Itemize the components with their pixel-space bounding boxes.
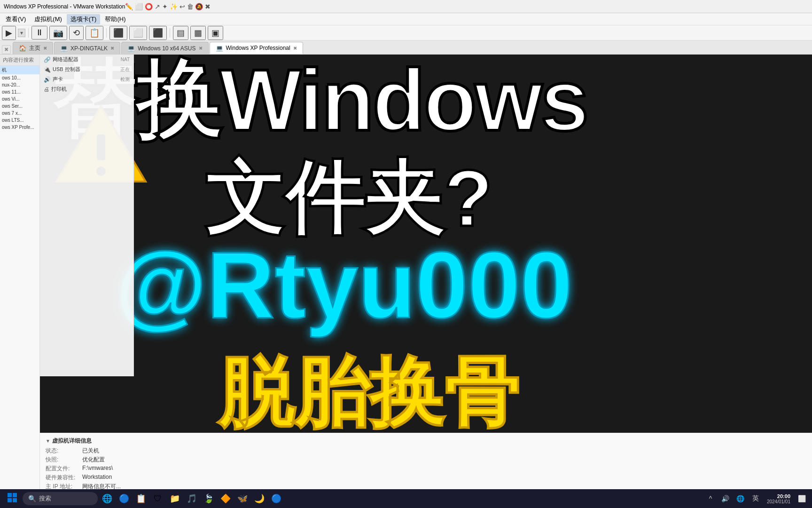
vm-detail-label-0: 状态: xyxy=(46,447,78,455)
vm-section-title: 虚拟机详细信息 xyxy=(52,437,92,445)
revert-button[interactable]: ⟲ xyxy=(69,26,84,40)
vm-detail-row-1: 快照: 优化配置 xyxy=(46,456,806,464)
taskbar-app7[interactable]: 🍃 xyxy=(201,491,216,506)
sidebar-item-5[interactable]: ows Ser... xyxy=(0,103,39,110)
sidebar-item-1[interactable]: ows 10... xyxy=(0,74,39,81)
close-all-tabs[interactable]: ✖ xyxy=(2,45,11,54)
view-btn6[interactable]: ▣ xyxy=(208,26,223,40)
view-btn2[interactable]: ⬜ xyxy=(129,26,147,40)
sidebar-item-4[interactable]: ows Vi... xyxy=(0,95,39,103)
vm-detail-value-4: 网络信息不可... xyxy=(82,483,121,489)
vm-detail-value-1: 优化配置 xyxy=(82,456,105,464)
show-desktop[interactable]: ⬜ xyxy=(795,492,808,505)
vm-detail-label-2: 配置文件: xyxy=(46,465,78,473)
clock-time: 20:00 xyxy=(767,493,790,499)
tab-home[interactable]: 🏠 主页 ✖ xyxy=(13,42,53,54)
tab-windows-xp-close[interactable]: ✖ xyxy=(293,46,297,51)
play-button[interactable]: ▶ xyxy=(2,26,16,40)
taskbar-app4[interactable]: 🛡 xyxy=(150,491,165,506)
view-btn4[interactable]: ▤ xyxy=(173,26,188,40)
sidebar-item-7[interactable]: ows LTS... xyxy=(0,117,39,124)
big-text-line1: 替换Windows xyxy=(49,57,803,144)
menu-tabs[interactable]: 选项卡(T) xyxy=(67,14,101,24)
vm-detail-label-4: 主 IP 地址: xyxy=(46,483,78,489)
taskbar-edge[interactable]: 🌐 xyxy=(100,491,115,506)
view-btn3[interactable]: ⬛ xyxy=(149,26,167,40)
taskbar-chrome[interactable]: 🔵 xyxy=(117,491,132,506)
network-item-1[interactable]: 🔌 USB 控制器 正在 xyxy=(40,64,133,74)
start-button[interactable] xyxy=(4,491,21,506)
title-bar-text: Windows XP Professional - VMware Worksta… xyxy=(4,3,125,10)
app11-icon: 🔵 xyxy=(271,493,281,504)
taskbar-app6[interactable]: 🎵 xyxy=(184,491,199,506)
search-bar[interactable]: 🔍 搜索 xyxy=(23,492,98,505)
systray-chevron[interactable]: ^ xyxy=(704,492,717,505)
tab-windows10-icon: 💻 xyxy=(127,45,135,52)
menu-view[interactable]: 查看(V) xyxy=(2,14,30,24)
sidebar-header: 内容进行搜索 xyxy=(0,55,39,66)
sidebar: 内容进行搜索 机 ows 10... nux-20... ows 11... o… xyxy=(0,55,40,489)
tab-windows-xp-icon: 💻 xyxy=(216,45,223,52)
expand-arrow[interactable]: ▼ xyxy=(46,438,50,444)
svg-rect-5 xyxy=(8,498,12,502)
app9-icon: 🦋 xyxy=(237,493,248,504)
sidebar-item-8[interactable]: ows XP Profe... xyxy=(0,124,39,131)
sidebar-item-6[interactable]: ows 7 x... xyxy=(0,110,39,117)
network-icon-1: 🔌 xyxy=(44,66,51,73)
snapshot-button[interactable]: 📷 xyxy=(49,26,67,40)
network-item-3[interactable]: 🖨 打印机 xyxy=(40,84,133,94)
main-area: 内容进行搜索 机 ows 10... nux-20... ows 11... o… xyxy=(0,55,812,489)
separator2 xyxy=(106,28,107,38)
suspend-button[interactable]: ⏸ xyxy=(31,26,47,40)
separator1 xyxy=(28,28,29,38)
separator3 xyxy=(170,28,170,38)
network-panel: 🔗 网络适配器 NAT 🔌 USB 控制器 正在 🔊 声卡 检测 🖨 打印机 xyxy=(40,55,134,376)
tab-windows-xp-label: Windows XP Professional xyxy=(226,45,290,51)
clock[interactable]: 20:00 2024/01/01 xyxy=(764,493,793,504)
vm-detail-value-0: 已关机 xyxy=(82,447,99,455)
search-icon: 🔍 xyxy=(28,495,36,502)
network-label-3: 打印机 xyxy=(51,86,67,93)
taskbar-app8[interactable]: 🔶 xyxy=(218,491,233,506)
play-dropdown[interactable]: ▾ xyxy=(18,29,25,37)
systray-network[interactable]: 🌐 xyxy=(734,492,747,505)
sidebar-item-2[interactable]: nux-20... xyxy=(0,81,39,88)
clock-date: 2024/01/01 xyxy=(767,499,790,504)
chrome-icon: 🔵 xyxy=(119,493,129,504)
volume-icon: 🔊 xyxy=(721,495,729,502)
tab-windows-xp[interactable]: 💻 Windows XP Professional ✖ xyxy=(210,42,303,54)
network-item-2[interactable]: 🔊 声卡 检测 xyxy=(40,74,133,84)
systray-volume[interactable]: 🔊 xyxy=(719,492,732,505)
network-icon-0: 🔗 xyxy=(44,56,51,63)
app5-icon: 📁 xyxy=(170,493,180,504)
app10-icon: 🌙 xyxy=(254,493,265,504)
tab-xp-dingtalk-close[interactable]: ✖ xyxy=(110,46,114,51)
tab-windows10-close[interactable]: ✖ xyxy=(199,46,203,51)
vm-section-header: ▼ 虚拟机详细信息 xyxy=(46,437,806,445)
content-area: 替换Windows 文件夹? xyxy=(40,55,812,489)
taskbar-app11[interactable]: 🔵 xyxy=(269,491,284,506)
svg-rect-6 xyxy=(13,498,17,502)
sidebar-item-3[interactable]: ows 11... xyxy=(0,88,39,95)
tab-home-label: 主页 xyxy=(29,44,40,52)
taskbar-app10[interactable]: 🌙 xyxy=(252,491,267,506)
taskbar-app3[interactable]: 📋 xyxy=(133,491,148,506)
taskbar-app5[interactable]: 📁 xyxy=(167,491,182,506)
tab-home-close[interactable]: ✖ xyxy=(43,46,47,51)
search-label: 搜索 xyxy=(39,494,51,503)
menu-vm[interactable]: 虚拟机(M) xyxy=(31,14,66,24)
network-icon-3: 🖨 xyxy=(44,86,49,93)
systray-keyboard[interactable]: 英 xyxy=(749,492,762,505)
tab-windows10-label: Windows 10 x64 ASUS xyxy=(138,45,195,52)
network-item-0[interactable]: 🔗 网络适配器 NAT xyxy=(40,55,133,64)
taskbar-app9[interactable]: 🦋 xyxy=(235,491,250,506)
sidebar-item-0[interactable]: 机 xyxy=(0,66,39,74)
tab-xp-dingtalk[interactable]: 💻 XP-DINGTALK ✖ xyxy=(54,42,120,54)
view-btn5[interactable]: ▦ xyxy=(190,26,206,40)
vm-detail-row-0: 状态: 已关机 xyxy=(46,447,806,455)
snapshot-manager[interactable]: 📋 xyxy=(86,26,103,40)
vm-detail-row-4: 主 IP 地址: 网络信息不可... xyxy=(46,483,806,489)
menu-help[interactable]: 帮助(H) xyxy=(101,14,129,24)
tab-windows10-asus[interactable]: 💻 Windows 10 x64 ASUS ✖ xyxy=(121,42,208,54)
view-btn1[interactable]: ⬛ xyxy=(109,26,127,40)
